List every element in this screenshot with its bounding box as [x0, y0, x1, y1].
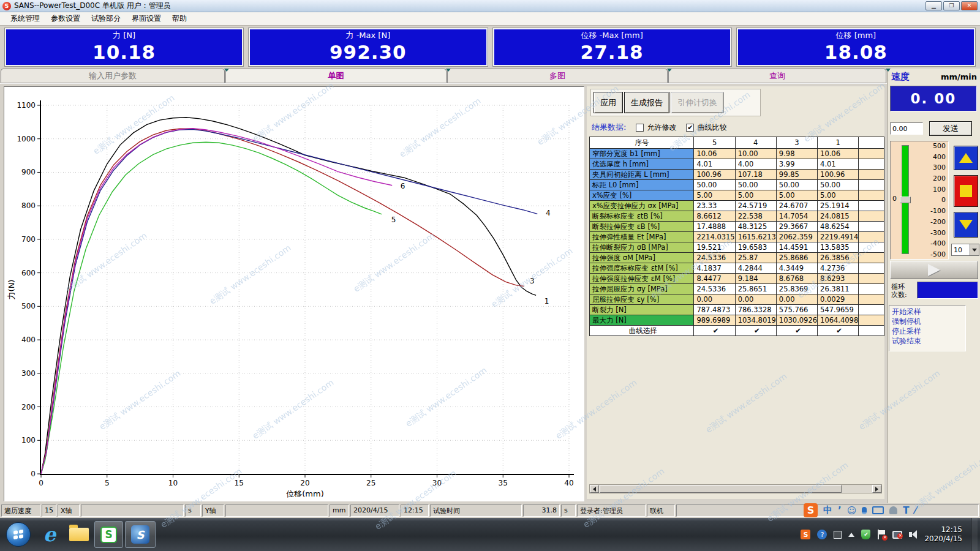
result-value: 24.6707	[776, 201, 817, 211]
result-value: 1064.4098	[818, 315, 859, 326]
log-line[interactable]: 强制停机	[892, 317, 963, 326]
tray-network-icon[interactable]: ✕	[892, 531, 902, 539]
curve-6	[41, 129, 392, 474]
tray-show-hidden-icon[interactable]	[848, 533, 854, 537]
menu-item-5[interactable]: 帮助	[167, 12, 192, 25]
menu-item-1[interactable]: 系统管理	[5, 12, 45, 25]
tray-restore-icon[interactable]	[834, 531, 842, 539]
scroll-left-arrow[interactable]	[590, 485, 599, 493]
result-value: 14.7054	[776, 211, 817, 222]
tray-help-icon[interactable]: ?	[817, 530, 827, 539]
account-icon[interactable]	[889, 506, 897, 514]
down-arrow-icon	[959, 220, 973, 230]
result-value: 4.00	[735, 159, 776, 170]
result-value: 50.00	[818, 180, 859, 190]
stop-button[interactable]	[954, 175, 978, 207]
chinese-mode-icon[interactable]: 中	[823, 504, 832, 516]
menu-item-2[interactable]: 参数设置	[45, 12, 86, 25]
slider-scale-label: 0	[913, 196, 946, 204]
tray-action-center-icon[interactable]: ✕	[877, 530, 886, 539]
jog-up-button[interactable]	[954, 146, 978, 170]
results-table: 序号5431窄部分宽度 b1 [mm]10.0610.009.9810.06优选…	[589, 137, 884, 336]
menu-item-3[interactable]: 试验部分	[86, 12, 126, 25]
maximize-button[interactable]: ❐	[943, 1, 960, 10]
emoji-icon[interactable]: ☺	[847, 505, 857, 516]
minimize-button[interactable]: ▁	[925, 1, 942, 10]
soft-keyboard-icon[interactable]	[872, 506, 884, 514]
tab-splitter-marker	[886, 69, 891, 72]
table-row: x%应变拉伸应力 σx [MPa]23.3324.571924.670725.1…	[590, 201, 884, 211]
svg-text:5: 5	[391, 216, 396, 224]
tab-单图[interactable]: 单图	[225, 69, 447, 83]
tray-sogou-icon[interactable]: S	[801, 530, 810, 539]
curve-select-check[interactable]: ✔	[818, 326, 859, 336]
taskbar-app-sogou[interactable]: S	[94, 521, 123, 548]
step-select[interactable]: 10	[951, 244, 979, 256]
curve-compare-checkbox[interactable]: ✔	[686, 124, 694, 132]
svg-text:900: 900	[21, 168, 36, 176]
tab-输入用户参数[interactable]: 输入用户参数	[1, 69, 225, 83]
empty-cell	[859, 222, 884, 232]
result-value: 575.766	[776, 305, 817, 315]
svg-text:1: 1	[545, 297, 549, 305]
result-value: 24.5336	[694, 253, 735, 263]
column-header-specimen-5: 5	[694, 137, 735, 149]
log-line[interactable]: 开始采样	[892, 307, 963, 317]
result-value: 10.06	[694, 149, 735, 159]
sogou-logo-icon[interactable]: S	[804, 503, 818, 517]
window-title: SANS--PowerTest_D00C 单机版 用户：管理员	[14, 1, 171, 11]
result-value: 8.6768	[776, 274, 817, 284]
log-line[interactable]: 停止采样	[892, 326, 963, 336]
row-label: 拉伸弹性模量 Et [MPa]	[590, 232, 694, 242]
row-label: 拉伸强度拉伸应变 εM [%]	[590, 274, 694, 284]
log-line[interactable]: 试验结束	[892, 336, 963, 346]
allow-edit-checkbox[interactable]	[636, 124, 644, 132]
result-value: 24.5336	[694, 284, 735, 294]
punctuation-icon[interactable]: ’	[838, 505, 842, 516]
voice-input-icon[interactable]	[862, 507, 867, 514]
step-dropdown-button[interactable]	[970, 244, 979, 255]
tray-volume-icon[interactable]	[909, 530, 917, 539]
result-value: 50.00	[694, 180, 735, 190]
metric-value: 992.30	[250, 41, 486, 63]
result-value: 25.8686	[776, 253, 817, 263]
taskbar-ie-icon[interactable]: e	[36, 520, 64, 549]
menu-item-4[interactable]: 界面设置	[126, 12, 167, 25]
start-button[interactable]	[6, 522, 31, 547]
result-value: 29.3667	[776, 222, 817, 232]
curve-select-check[interactable]: ✔	[694, 326, 735, 336]
close-button[interactable]: ✕	[961, 1, 978, 10]
tab-查询[interactable]: 查询	[668, 69, 886, 83]
curve-select-check[interactable]: ✔	[735, 326, 776, 336]
taskbar-clock[interactable]: 12:15 2020/4/15	[924, 525, 962, 544]
taskbar-app-powertest[interactable]: S	[125, 521, 156, 548]
result-value: 2062.359	[776, 232, 817, 242]
show-desktop-button[interactable]	[971, 518, 978, 551]
apply-button[interactable]: 应用	[594, 92, 623, 113]
skin-icon[interactable]: T	[903, 505, 909, 516]
send-button[interactable]: 发送	[929, 121, 972, 136]
scroll-thumb[interactable]	[600, 485, 842, 493]
result-value: 4.2844	[735, 263, 776, 274]
table-row: 断裂力 [N]787.4873786.3328575.766547.9659	[590, 305, 884, 315]
taskbar-explorer-icon[interactable]	[65, 520, 93, 549]
table-row: 屈服拉伸应变 εy [%]0.000.000.000.0029	[590, 294, 884, 305]
generate-report-button[interactable]: 生成报告	[624, 92, 669, 113]
toolbox-icon[interactable]: ⁄	[915, 505, 917, 516]
run-button[interactable]	[890, 261, 978, 279]
result-value: 19.6583	[735, 242, 776, 253]
slider-thumb[interactable]	[900, 197, 911, 203]
results-horizontal-scrollbar[interactable]	[589, 484, 882, 493]
tray-security-icon[interactable]: ✔	[861, 530, 870, 539]
status-cell-15: 联机	[647, 504, 675, 517]
tab-多图[interactable]: 多图	[447, 69, 668, 83]
sampling-log-list[interactable]: 开始采样强制停机停止采样试验结束	[889, 305, 966, 351]
taskbar: e S S S ? ✔ ✕ ✕ 12:15 2020/4/15	[0, 518, 980, 551]
status-cell-13: s	[561, 504, 576, 517]
scroll-right-arrow[interactable]	[872, 485, 881, 493]
speed-input[interactable]	[890, 122, 923, 135]
curve-select-check[interactable]: ✔	[776, 326, 817, 336]
svg-text:700: 700	[21, 235, 36, 244]
metric-panel-3: 位移 -Max [mm]27.18	[492, 28, 732, 67]
jog-down-button[interactable]	[954, 212, 978, 238]
